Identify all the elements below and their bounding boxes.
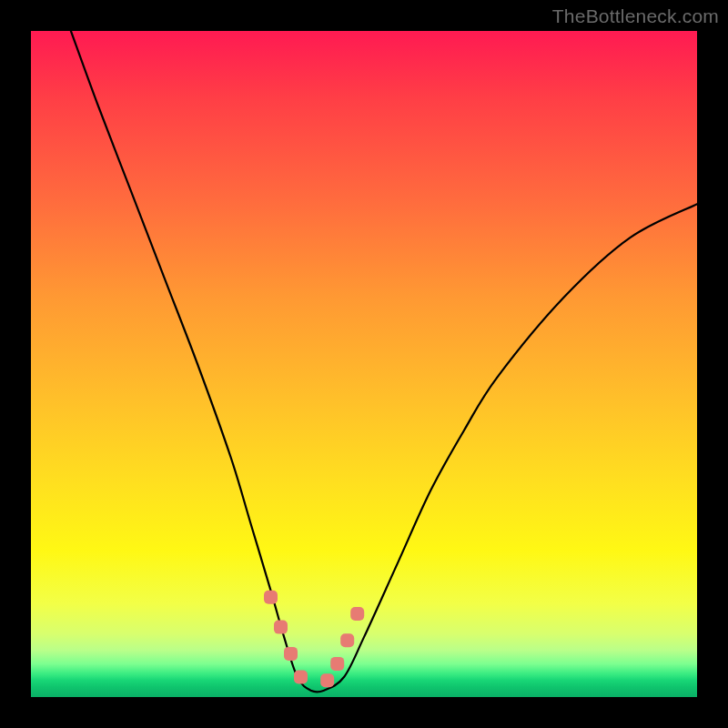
bottleneck-curve-path (71, 31, 697, 693)
watermark-text: TheBottleneck.com (552, 5, 719, 27)
curve-svg (31, 31, 697, 697)
chart-frame: TheBottleneck.com (0, 0, 728, 728)
marker-point (330, 657, 344, 671)
marker-point (350, 607, 364, 621)
marker-point (320, 673, 334, 687)
marker-group (264, 591, 364, 688)
marker-point (264, 591, 278, 604)
marker-point (294, 671, 308, 684)
marker-point (340, 633, 354, 647)
plot-area (31, 31, 697, 697)
marker-point (284, 647, 298, 661)
marker-point (274, 621, 288, 634)
